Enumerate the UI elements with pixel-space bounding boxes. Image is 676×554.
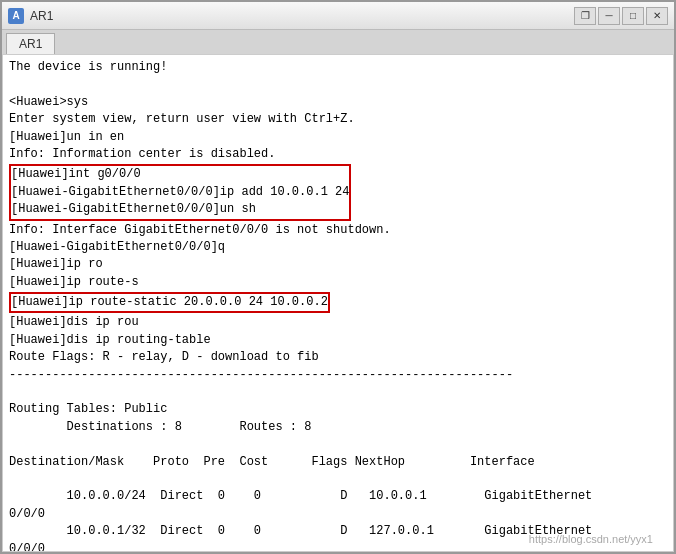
line-14: [Huawei]ip route-static 20.0.0.0 24 10.0…	[11, 294, 328, 311]
line-6: Info: Information center is disabled.	[9, 146, 667, 163]
title-buttons: ❐ ─ □ ✕	[574, 7, 668, 25]
window-title: AR1	[30, 9, 574, 23]
tab-bar: AR1	[2, 30, 674, 54]
terminal-content[interactable]: The device is running! <Huawei>sys Enter…	[3, 55, 673, 551]
line-22	[9, 436, 667, 453]
line-1: The device is running!	[9, 59, 667, 76]
line-2	[9, 76, 667, 93]
line-7: [Huawei]int g0/0/0	[11, 166, 349, 183]
line-24	[9, 471, 667, 488]
line-23: Destination/Mask Proto Pre Cost Flags Ne…	[9, 454, 667, 471]
main-window: A AR1 ❐ ─ □ ✕ AR1 The device is running!…	[0, 0, 676, 554]
tab-ar1[interactable]: AR1	[6, 33, 55, 54]
line-5: [Huawei]un in en	[9, 129, 667, 146]
close-button[interactable]: ✕	[646, 7, 668, 25]
line-11: [Huawei-GigabitEthernet0/0/0]q	[9, 239, 667, 256]
line-28: 0/0/0	[9, 541, 667, 551]
line-12: [Huawei]ip ro	[9, 256, 667, 273]
line-4: Enter system view, return user view with…	[9, 111, 667, 128]
line-18: ----------------------------------------…	[9, 367, 667, 384]
maximize-button[interactable]: □	[622, 7, 644, 25]
restore-button[interactable]: ❐	[574, 7, 596, 25]
highlight-group-2: [Huawei]ip route-static 20.0.0.0 24 10.0…	[9, 292, 330, 313]
line-16: [Huawei]dis ip routing-table	[9, 332, 667, 349]
line-19	[9, 384, 667, 401]
line-20: Routing Tables: Public	[9, 401, 667, 418]
minimize-button[interactable]: ─	[598, 7, 620, 25]
line-10: Info: Interface GigabitEthernet0/0/0 is …	[9, 222, 667, 239]
line-13: [Huawei]ip route-s	[9, 274, 667, 291]
app-icon: A	[8, 8, 24, 24]
line-9: [Huawei-GigabitEthernet0/0/0]un sh	[11, 201, 349, 218]
line-27: 10.0.0.1/32 Direct 0 0 D 127.0.0.1 Gigab…	[9, 523, 667, 540]
terminal-area: The device is running! <Huawei>sys Enter…	[2, 54, 674, 552]
line-15: [Huawei]dis ip rou	[9, 314, 667, 331]
line-25: 10.0.0.0/24 Direct 0 0 D 10.0.0.1 Gigabi…	[9, 488, 667, 505]
line-17: Route Flags: R - relay, D - download to …	[9, 349, 667, 366]
line-21: Destinations : 8 Routes : 8	[9, 419, 667, 436]
highlight-group-1: [Huawei]int g0/0/0 [Huawei-GigabitEthern…	[9, 164, 351, 220]
title-bar: A AR1 ❐ ─ □ ✕	[2, 2, 674, 30]
line-3: <Huawei>sys	[9, 94, 667, 111]
line-26: 0/0/0	[9, 506, 667, 523]
line-8: [Huawei-GigabitEthernet0/0/0]ip add 10.0…	[11, 184, 349, 201]
